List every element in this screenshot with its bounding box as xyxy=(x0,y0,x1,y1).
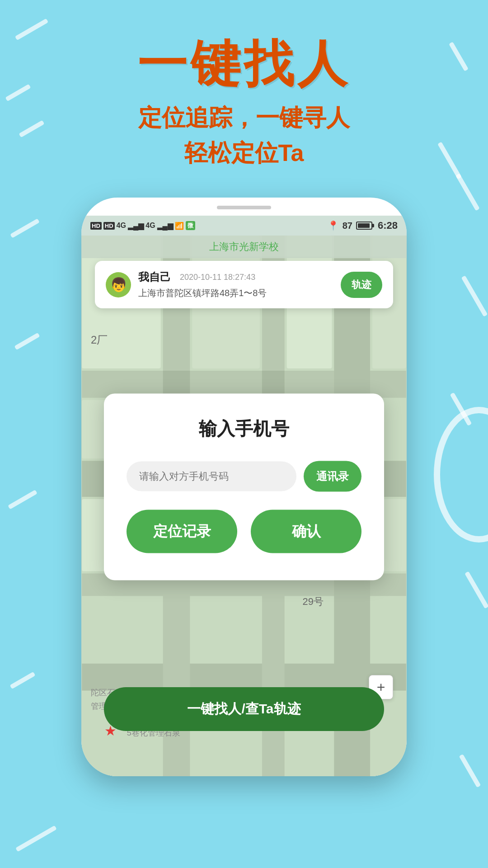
network-4g1: 4G xyxy=(117,222,126,230)
title-section: 一键找人 定位追踪，一键寻人 轻松定位Ta xyxy=(137,36,351,170)
battery-percent: 87 xyxy=(343,221,352,231)
subtitle-line2: 轻松定位Ta xyxy=(137,135,351,170)
main-title: 一键找人 xyxy=(137,36,351,91)
page-content: 一键找人 定位追踪，一键寻人 轻松定位Ta HD HD 4G ▂▄▆ 4G ▂▄… xyxy=(0,0,488,776)
wechat-icon: 微 xyxy=(186,221,195,230)
time-display: 6:28 xyxy=(378,220,398,231)
battery-fill xyxy=(358,223,370,228)
find-person-button[interactable]: 一键找人/查Ta轨迹 xyxy=(104,687,384,731)
decorative-dash xyxy=(15,826,57,852)
trajectory-button[interactable]: 轨迹 xyxy=(341,272,382,298)
user-avatar: 👦 xyxy=(106,272,131,297)
hd-indicator2: HD xyxy=(103,222,115,230)
phone-number-input[interactable] xyxy=(127,462,296,491)
subtitle: 定位追踪，一键寻人 轻松定位Ta xyxy=(137,100,351,170)
action-buttons: 定位记录 确认 xyxy=(127,510,361,553)
map-top-bar: 上海市光新学校 xyxy=(81,236,407,258)
user-info-card: 👦 我自己 2020-10-11 18:27:43 上海市普陀区镇坪路48弄1〜… xyxy=(95,261,393,308)
modal-title: 输入手机号 xyxy=(127,416,361,441)
network-4g2: 4G xyxy=(145,222,155,230)
status-bar-right: 📍 87 6:28 xyxy=(328,220,398,231)
contacts-button[interactable]: 通讯录 xyxy=(304,461,361,492)
confirm-button[interactable]: 确认 xyxy=(251,510,361,553)
status-bar-left: HD HD 4G ▂▄▆ 4G ▂▄▆ 📶 微 xyxy=(90,221,195,230)
phone-input-modal: 输入手机号 通讯录 定位记录 确认 xyxy=(104,394,384,580)
location-icon: 📍 xyxy=(328,220,339,231)
user-timestamp: 2020-10-11 18:27:43 xyxy=(180,273,255,282)
location-record-button[interactable]: 定位记录 xyxy=(127,510,237,553)
user-name: 我自己 xyxy=(138,270,171,284)
input-row: 通讯录 xyxy=(127,461,361,492)
status-bar: HD HD 4G ▂▄▆ 4G ▂▄▆ 📶 微 📍 87 6:28 xyxy=(81,216,407,236)
user-info-text: 我自己 2020-10-11 18:27:43 上海市普陀区镇坪路48弄1〜8号 xyxy=(138,270,333,299)
map-location-label: 上海市光新学校 xyxy=(209,240,279,254)
phone-mockup: HD HD 4G ▂▄▆ 4G ▂▄▆ 📶 微 📍 87 6:28 上海市光新学… xyxy=(81,198,407,776)
user-address: 上海市普陀区镇坪路48弄1〜8号 xyxy=(138,287,333,299)
svg-text:29号: 29号 xyxy=(303,596,324,607)
signal-bars2: ▂▄▆ xyxy=(157,222,173,230)
battery-icon xyxy=(356,222,372,230)
svg-text:2厂: 2厂 xyxy=(91,334,108,346)
phone-notch xyxy=(217,206,271,209)
user-name-row: 我自己 2020-10-11 18:27:43 xyxy=(138,270,333,284)
wifi-icon: 📶 xyxy=(175,222,184,230)
signal-bars: ▂▄▆ xyxy=(128,222,144,230)
subtitle-line1: 定位追踪，一键寻人 xyxy=(137,100,351,135)
avatar-emoji: 👦 xyxy=(110,277,127,292)
hd-indicator: HD xyxy=(90,222,102,230)
